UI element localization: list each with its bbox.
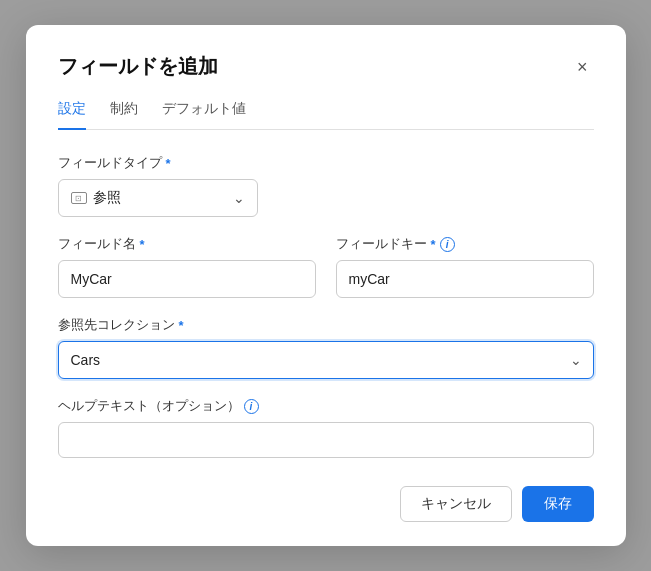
field-name-input[interactable] <box>58 260 316 298</box>
help-text-label: ヘルプテキスト（オプション） i <box>58 397 594 415</box>
help-text-info-icon: i <box>244 399 259 414</box>
help-text-section: ヘルプテキスト（オプション） i <box>58 397 594 458</box>
field-name-label: フィールド名 * <box>58 235 316 253</box>
chevron-down-icon: ⌄ <box>233 190 245 206</box>
reference-collection-section: 参照先コレクション * Cars ⌄ <box>58 316 594 379</box>
name-key-row: フィールド名 * フィールドキー * i <box>58 235 594 298</box>
tab-settings[interactable]: 設定 <box>58 100 86 130</box>
field-key-col: フィールドキー * i <box>336 235 594 298</box>
close-button[interactable]: × <box>571 56 594 78</box>
field-type-section: フィールドタイプ * ⊡ 参照 ⌄ <box>58 154 594 217</box>
help-text-input[interactable] <box>58 422 594 458</box>
field-type-value: 参照 <box>93 189 121 207</box>
reference-icon: ⊡ <box>71 192 87 204</box>
reference-collection-select[interactable]: Cars <box>58 341 594 379</box>
field-key-input[interactable] <box>336 260 594 298</box>
field-key-label: フィールドキー * i <box>336 235 594 253</box>
field-name-col: フィールド名 * <box>58 235 316 298</box>
cancel-button[interactable]: キャンセル <box>400 486 512 522</box>
modal-footer: キャンセル 保存 <box>58 486 594 522</box>
reference-collection-label: 参照先コレクション * <box>58 316 594 334</box>
modal-header: フィールドを追加 × <box>58 53 594 80</box>
field-key-info-icon: i <box>440 237 455 252</box>
modal-dialog: フィールドを追加 × 設定 制約 デフォルト値 フィールドタイプ * ⊡ 参照 … <box>26 25 626 546</box>
tab-bar: 設定 制約 デフォルト値 <box>58 100 594 130</box>
save-button[interactable]: 保存 <box>522 486 594 522</box>
modal-title: フィールドを追加 <box>58 53 218 80</box>
reference-collection-wrapper: Cars ⌄ <box>58 341 594 379</box>
tab-defaults[interactable]: デフォルト値 <box>162 100 246 130</box>
field-type-select[interactable]: ⊡ 参照 ⌄ <box>58 179 258 217</box>
tab-constraints[interactable]: 制約 <box>110 100 138 130</box>
field-type-label: フィールドタイプ * <box>58 154 594 172</box>
modal-overlay: フィールドを追加 × 設定 制約 デフォルト値 フィールドタイプ * ⊡ 参照 … <box>0 0 651 571</box>
